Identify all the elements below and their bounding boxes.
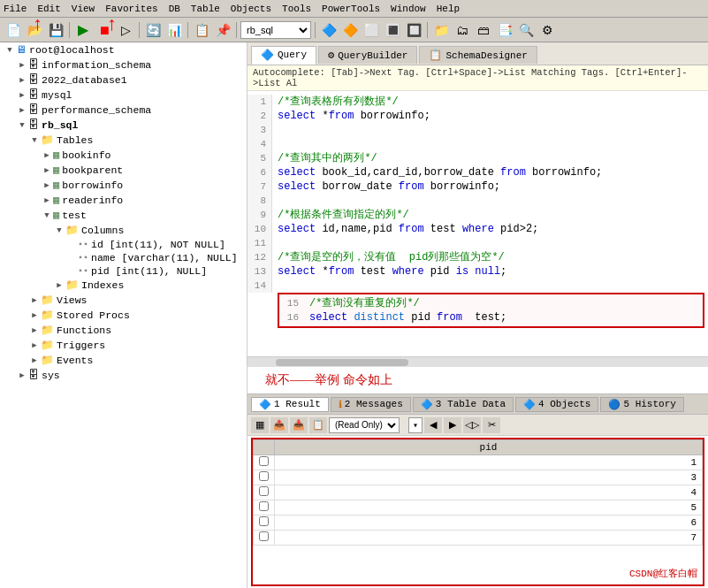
rtb-extra2[interactable]: ▶ (444, 417, 461, 433)
toggle-borrowinfo[interactable]: ▶ (41, 180, 53, 190)
sidebar-item-events[interactable]: ▶ 📁 Events (0, 353, 247, 368)
sidebar-item-sys[interactable]: ▶ 🗄 sys (0, 368, 247, 383)
sidebar-item-information-schema[interactable]: ▶ 🗄 information_schema (0, 57, 247, 73)
toggle-indexes[interactable]: ▶ (53, 280, 65, 290)
tab-querybuilder[interactable]: ⚙ QueryBuilder (318, 46, 417, 64)
tb-extra3[interactable]: ⬜ (362, 20, 381, 40)
sidebar-item-tables[interactable]: ▼ 📁 Tables (0, 133, 247, 148)
menu-file[interactable]: File (4, 4, 27, 14)
toggle-bookparent[interactable]: ▶ (41, 165, 53, 175)
rtb-import[interactable]: 📥 (290, 417, 308, 433)
sidebar-item-functions[interactable]: ▶ 📁 Functions (0, 323, 247, 338)
toggle-mysql[interactable]: ▶ (16, 90, 28, 100)
table-row[interactable]: 1 (254, 455, 703, 470)
sidebar-item-triggers[interactable]: ▶ 📁 Triggers (0, 338, 247, 353)
horizontal-scrollbar[interactable] (247, 356, 708, 367)
toggle-test[interactable]: ▼ (41, 211, 53, 220)
tb-refresh[interactable]: 🔄 (143, 20, 163, 40)
menu-edit[interactable]: Edit (37, 4, 60, 14)
btab-objects[interactable]: 🔷 4 Objects (515, 397, 598, 412)
menu-table[interactable]: Table (191, 4, 220, 14)
tb-copy[interactable]: 📋 (192, 20, 211, 40)
hscroll-thumb[interactable] (276, 359, 408, 366)
menu-objects[interactable]: Objects (231, 4, 271, 14)
tab-schemadesigner[interactable]: 📋 SchemaDesigner (419, 46, 537, 64)
sidebar-item-mysql[interactable]: ▶ 🗄 mysql (0, 88, 247, 103)
tb-run2[interactable]: ▷ (116, 20, 135, 40)
sidebar-item-views[interactable]: ▶ 📁 Views (0, 293, 247, 308)
table-row[interactable]: 5 (254, 500, 703, 515)
rtb-export[interactable]: 📤 (270, 417, 288, 433)
tb-extra7[interactable]: 🗂 (453, 20, 472, 40)
tab-query[interactable]: 🔷 Query (251, 46, 316, 65)
toggle-bookinfo[interactable]: ▶ (41, 150, 53, 160)
toggle-root[interactable]: ▼ (4, 46, 16, 55)
toggle-stored-procs[interactable]: ▶ (28, 310, 41, 320)
tb-extra1[interactable]: 🔷 (319, 20, 339, 40)
rtb-grid[interactable]: ▦ (251, 417, 269, 433)
tb-extra10[interactable]: 🔍 (516, 20, 536, 40)
btab-result[interactable]: 🔷 1 Result (251, 397, 329, 412)
sidebar-item-rbsql[interactable]: ▼ 🗄 rb_sql (0, 118, 247, 133)
rtb-copy2[interactable]: 📋 (309, 417, 327, 433)
tb-paste[interactable]: 📌 (213, 20, 232, 40)
row-checkbox[interactable] (259, 486, 269, 496)
toggle-perf[interactable]: ▶ (16, 105, 28, 115)
tb-run[interactable]: ▶ (73, 20, 93, 40)
sidebar-item-bookinfo[interactable]: ▶ ▦ bookinfo (0, 148, 247, 163)
row-checkbox[interactable] (259, 531, 269, 541)
toggle-is[interactable]: ▶ (16, 60, 28, 70)
row-checkbox[interactable] (259, 471, 269, 481)
menu-view[interactable]: View (72, 4, 95, 14)
btab-tabledata[interactable]: 🔷 3 Table Data (413, 397, 514, 412)
menu-powertools[interactable]: PowerTools (322, 4, 380, 14)
tb-extra6[interactable]: 📁 (431, 20, 451, 40)
toggle-functions[interactable]: ▶ (28, 325, 41, 335)
toggle-rbsql[interactable]: ▼ (16, 121, 28, 130)
table-row[interactable]: 3 (254, 470, 703, 485)
row-checkbox[interactable] (259, 456, 269, 466)
tb-extra8[interactable]: 🗃 (474, 20, 493, 40)
tb-explain[interactable]: 📊 (164, 20, 184, 40)
sidebar-item-col-id[interactable]: ▪▪ id [int(11), NOT NULL] (0, 238, 247, 251)
toggle-triggers[interactable]: ▶ (28, 340, 41, 350)
sidebar-item-col-pid[interactable]: ▪▪ pid [int(11), NULL] (0, 264, 247, 278)
menu-window[interactable]: Window (391, 4, 426, 14)
tb-extra2[interactable]: 🔶 (340, 20, 360, 40)
sidebar-item-columns[interactable]: ▼ 📁 Columns (0, 223, 247, 238)
toggle-views[interactable]: ▶ (28, 295, 41, 305)
toggle-2022db[interactable]: ▶ (16, 75, 28, 85)
toggle-tables[interactable]: ▼ (28, 136, 41, 145)
toggle-readerinfo[interactable]: ▶ (41, 195, 53, 205)
tb-extra4[interactable]: 🔳 (383, 20, 402, 40)
sidebar-item-borrowinfo[interactable]: ▶ ▦ borrowinfo (0, 178, 247, 193)
db-selector[interactable]: rb_sql mysql sys (240, 21, 311, 39)
rtb-extra4[interactable]: ✂ (483, 417, 500, 433)
sidebar-item-bookparent[interactable]: ▶ ▦ bookparent (0, 163, 247, 178)
sidebar-item-indexes[interactable]: ▶ 📁 Indexes (0, 278, 247, 293)
sidebar-item-root[interactable]: ▼ 🖥 root@localhost (0, 42, 247, 57)
toggle-events[interactable]: ▶ (28, 355, 41, 365)
row-checkbox[interactable] (259, 516, 269, 526)
rtb-extra3[interactable]: ◁▷ (463, 417, 481, 433)
rtb-dropdown-arrow[interactable]: ▾ (408, 417, 423, 433)
sidebar-item-readerinfo[interactable]: ▶ ▦ readerinfo (0, 193, 247, 208)
readonly-dropdown[interactable]: (Read Only) (329, 417, 400, 433)
menu-help[interactable]: Help (437, 4, 460, 14)
rtb-extra1[interactable]: ◀ (424, 417, 442, 433)
toggle-sys[interactable]: ▶ (16, 370, 28, 380)
menu-db[interactable]: DB (169, 4, 180, 14)
sidebar-item-perf[interactable]: ▶ 🗄 performance_schema (0, 103, 247, 118)
row-checkbox[interactable] (259, 501, 269, 511)
tb-extra9[interactable]: 📑 (495, 20, 514, 40)
table-row[interactable]: 7 (254, 531, 703, 546)
tb-extra5[interactable]: 🔲 (404, 20, 423, 40)
menu-tools[interactable]: Tools (282, 4, 311, 14)
sidebar-item-2022db[interactable]: ▶ 🗄 2022_database1 (0, 73, 247, 88)
sidebar-item-col-name[interactable]: ▪▪ name [varchar(11), NULL] (0, 251, 247, 264)
tb-open[interactable]: 📂 (25, 20, 44, 40)
tb-extra11[interactable]: ⚙ (537, 20, 557, 40)
menu-favorites[interactable]: Favorites (105, 4, 157, 14)
tb-save[interactable]: 💾 (46, 20, 65, 40)
sidebar-item-stored-procs[interactable]: ▶ 📁 Stored Procs (0, 308, 247, 323)
